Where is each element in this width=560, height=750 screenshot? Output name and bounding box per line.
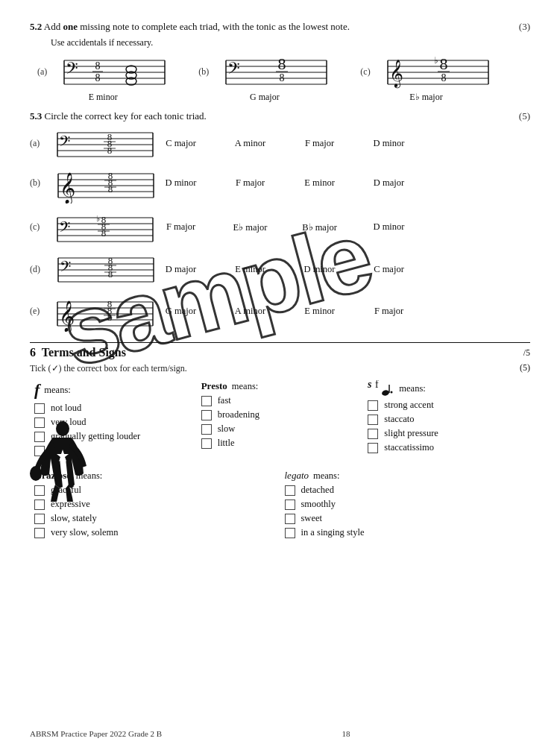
key-opt-c-4: D minor xyxy=(365,221,413,233)
svg-point-1 xyxy=(30,466,42,481)
section-6-title: 6 Terms and Signs xyxy=(30,346,523,359)
checkbox-presto-1[interactable] xyxy=(201,396,212,406)
grazioso-opt-3-text: slow, stately xyxy=(51,513,276,524)
row-label-53-a: (a) xyxy=(30,138,40,149)
section-6-instructions-wrapper: (5) Tick (✓) the correct box for each te… xyxy=(30,362,530,374)
sfz-opt-2-text: staccato xyxy=(384,414,526,425)
section-52-points: (3) xyxy=(519,21,530,33)
section-52-label: 5.2 xyxy=(30,21,42,32)
svg-text:𝄞: 𝄞 xyxy=(389,60,403,89)
footer-center: 18 xyxy=(342,729,350,738)
svg-text:♭: ♭ xyxy=(434,55,438,66)
staff-svg-c: 𝄞 ♭ 8 8 xyxy=(373,53,492,90)
staff-53-e: 𝄞 8 8 8 xyxy=(43,291,154,332)
row-label-53-d: (d) xyxy=(30,264,40,275)
staff-53-c: 𝄢 ♭ 8 8 8 xyxy=(43,207,154,248)
svg-point-108 xyxy=(382,389,390,396)
section-6-instructions: Tick (✓) the correct box for each term/s… xyxy=(30,363,187,374)
svg-text:s: s xyxy=(368,380,372,390)
svg-text:𝄢: 𝄢 xyxy=(227,60,240,81)
key-opt-b-1: D minor xyxy=(157,177,205,189)
checkbox-grazioso-4[interactable] xyxy=(34,528,45,538)
svg-text:𝄢: 𝄢 xyxy=(59,219,70,239)
staff-item-b: (b) 𝄢 8 8 G major xyxy=(198,53,330,103)
key-options-53-e: G major A minor E minor F major xyxy=(157,306,530,317)
svg-text:𝄢: 𝄢 xyxy=(60,259,71,278)
checkbox-presto-4[interactable] xyxy=(201,438,212,449)
checkbox-forte-1[interactable] xyxy=(34,403,45,414)
svg-text:𝄢: 𝄢 xyxy=(66,60,78,81)
key-opt-d-3: D minor xyxy=(295,264,344,275)
checkbox-sfz-1[interactable] xyxy=(368,400,378,411)
section-6-row2: Grazioso means: graceful expressive slow… xyxy=(30,470,530,541)
grazioso-opt-4: very slow, solemn xyxy=(34,527,276,538)
legato-means-row: legato means: xyxy=(285,470,526,482)
note-label-a: E minor xyxy=(89,92,118,103)
checkbox-legato-3[interactable] xyxy=(285,514,295,524)
section-53-instruction: Circle the correct key for each tonic tr… xyxy=(45,110,207,122)
legato-opt-4-text: in a singing style xyxy=(301,527,526,538)
key-opt-e-4: F major xyxy=(365,306,413,317)
row-label-53-c: (c) xyxy=(30,221,40,233)
checkbox-legato-2[interactable] xyxy=(285,500,295,510)
grazioso-opt-3: slow, stately xyxy=(34,513,276,524)
section-53-rows: (a) 𝄢 8 8 8 xyxy=(30,127,530,332)
svg-point-0 xyxy=(56,421,69,436)
svg-text:8: 8 xyxy=(278,54,286,73)
section-6-row1: f means: not loud very loud gradually ge… xyxy=(30,380,530,459)
checkbox-legato-1[interactable] xyxy=(285,485,295,496)
svg-text:8: 8 xyxy=(107,312,113,323)
forte-opt-1-text: not loud xyxy=(51,403,192,414)
legato-opt-2: smoothly xyxy=(285,499,526,510)
label-b: (b) xyxy=(198,66,209,78)
key-opt-d-4: C major xyxy=(365,264,413,275)
presto-opt-2-text: broadening xyxy=(218,409,359,420)
legato-opt-1-text: detached xyxy=(301,485,526,496)
key-options-53-c: F major E♭ major B♭ major D minor xyxy=(157,221,530,233)
key-opt-c-3: B♭ major xyxy=(295,221,344,233)
staff-53-b: 𝄞 8 8 8 xyxy=(43,163,155,204)
key-options-53-d: D major E minor D minor C major xyxy=(157,264,530,275)
footer-left: ABRSM Practice Paper 2022 Grade 2 B xyxy=(30,729,162,738)
note-label-b: G major xyxy=(250,92,280,103)
key-opt-a-2: A minor xyxy=(226,138,274,149)
col-sfz: s f means: strong accent staccato s xyxy=(363,380,530,459)
svg-text:8: 8 xyxy=(108,268,113,280)
svg-text:8: 8 xyxy=(108,183,113,195)
staff-53-a: 𝄢 8 8 8 xyxy=(43,127,154,160)
presto-means-text: means: xyxy=(232,381,258,392)
sfz-opt-1: strong accent xyxy=(368,400,526,411)
checkbox-sfz-4[interactable] xyxy=(368,443,378,453)
section-52-header: 5.2 Add one missing note to complete eac… xyxy=(30,21,530,33)
key-opt-b-3: E minor xyxy=(295,177,344,189)
checkbox-sfz-2[interactable] xyxy=(368,415,378,425)
sfz-symbol: s f xyxy=(368,380,394,397)
svg-text:8: 8 xyxy=(101,227,107,239)
staff-svg-b: 𝄢 8 8 xyxy=(211,53,330,90)
sfz-opt-2: staccato xyxy=(368,414,526,425)
section-6-points-inline: (5) xyxy=(520,362,530,374)
checkbox-sfz-3[interactable] xyxy=(368,429,378,439)
staff-item-a: (a) 𝄢 xyxy=(37,53,169,103)
svg-text:f: f xyxy=(375,380,379,390)
svg-point-110 xyxy=(391,391,393,394)
legato-opt-3-text: sweet xyxy=(301,513,526,524)
key-options-53-b: D minor F major E minor D major xyxy=(157,177,530,189)
staff-item-c: (c) 𝄞 ♭ 8 8 E♭ maj xyxy=(360,53,491,103)
presto-label: Presto xyxy=(201,380,227,392)
staff-53-d: 𝄢 8 8 8 xyxy=(43,250,155,288)
footer: ABRSM Practice Paper 2022 Grade 2 B 18 xyxy=(30,729,530,738)
svg-text:8: 8 xyxy=(439,54,447,73)
checkbox-presto-3[interactable] xyxy=(201,424,212,435)
sfz-opt-1-text: strong accent xyxy=(384,400,526,411)
checkbox-grazioso-3[interactable] xyxy=(34,514,45,524)
checkbox-presto-2[interactable] xyxy=(201,410,212,420)
section-6-header: 6 Terms and Signs /5 xyxy=(30,342,530,359)
sfz-opt-4: staccatissimo xyxy=(368,442,526,453)
presto-means-row: Presto means: xyxy=(201,380,359,392)
presto-opt-1-text: fast xyxy=(218,395,359,406)
forte-symbol: f xyxy=(34,380,40,400)
svg-text:8: 8 xyxy=(95,60,101,72)
checkbox-legato-4[interactable] xyxy=(285,528,295,538)
section-53-points: (5) xyxy=(519,110,530,122)
